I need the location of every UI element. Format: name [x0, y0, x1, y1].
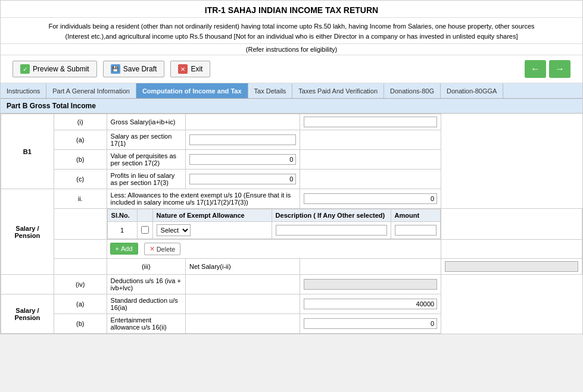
allowance-select-cell: Select: [152, 222, 272, 239]
table-row: + Add ✕ Delete: [1, 240, 582, 259]
save-icon: 💾: [111, 64, 120, 74]
header-amount: Amount: [391, 209, 441, 222]
allowance-inner-table: Sl.No. Nature of Exempt Allowance Descri…: [107, 209, 441, 239]
delete-button[interactable]: ✕ Delete: [144, 243, 181, 255]
btn-row-spacer: [54, 240, 107, 259]
std-deduction-spacer: [185, 294, 300, 314]
prev-arrow-button[interactable]: ←: [525, 60, 546, 78]
tab-donation-80gga[interactable]: Donation-80GGA: [441, 83, 503, 98]
deductions-input-cell: [300, 275, 441, 294]
btn-right-spacer: [441, 240, 582, 259]
salary-c-index: (c): [54, 170, 107, 189]
table-row: (b) Value of perquisites as per section …: [1, 150, 582, 170]
salary-b-input[interactable]: [189, 154, 296, 165]
allowance-header-row: Sl.No. Nature of Exempt Allowance Descri…: [107, 209, 441, 222]
allowance-data-row: 1 Select: [107, 222, 441, 239]
table-row: B1 (i) Gross Salary(ia+ib+ic): [1, 114, 582, 130]
tab-tax-details[interactable]: Tax Details: [248, 83, 293, 98]
salary-b-spacer: [300, 150, 441, 170]
allowance-ii-input[interactable]: [304, 193, 437, 204]
allowance-header-spacer: [54, 209, 107, 240]
add-label: Add: [121, 245, 133, 252]
form-table: B1 (i) Gross Salary(ia+ib+ic) (a) Salary…: [1, 114, 582, 334]
entertainment-desc: Entertainment allowance u/s 16(ii): [107, 314, 185, 334]
tab-computation[interactable]: Computation of Income and Tax: [136, 83, 248, 98]
std-deduction-index: (a): [54, 294, 107, 314]
page-title: ITR-1 SAHAJ INDIAN INCOME TAX RETURN: [1, 1, 582, 18]
checkmark-icon: ✓: [20, 64, 30, 74]
b1-desc: Gross Salary(ia+ib+ic): [107, 114, 185, 130]
salary-a-input-cell: [185, 130, 300, 150]
preview-submit-button[interactable]: ✓ Preview & Submit: [13, 61, 97, 77]
b1-input[interactable]: [304, 117, 437, 127]
allowance-select[interactable]: Select: [157, 224, 191, 236]
exit-button[interactable]: ✕ Exit: [170, 61, 210, 77]
salary-c-spacer: [300, 170, 441, 189]
table-row: (b) Entertainment allowance u/s 16(ii): [1, 314, 582, 334]
salary-c-desc: Profits in lieu of salary as per section…: [107, 170, 185, 189]
allowance-amount-input[interactable]: [395, 225, 437, 236]
table-row: Salary /Pension ii. Less: Allowances to …: [1, 189, 582, 209]
tabs-bar: Instructions Part A General Information …: [1, 83, 582, 99]
allowance-checkbox-cell: [137, 222, 152, 239]
deductions-spacer: [185, 275, 300, 294]
table-row: (a) Salary as per section 17(1): [1, 130, 582, 150]
table-row: (c) Profits in lieu of salary as per sec…: [1, 170, 582, 189]
tab-donations-80g[interactable]: Donations-80G: [384, 83, 441, 98]
header-description: Description ( If Any Other selected): [272, 209, 391, 222]
salary-a-input[interactable]: [189, 134, 296, 145]
save-draft-label: Save Draft: [123, 65, 157, 73]
plus-icon: +: [116, 245, 119, 252]
net-salary-input[interactable]: [445, 261, 578, 272]
header-check: [137, 209, 152, 222]
table-row: Salary /Pension (a) Standard deduction u…: [1, 294, 582, 314]
table-row: Sl.No. Nature of Exempt Allowance Descri…: [1, 209, 582, 240]
allowance-ii-input-cell: [300, 189, 441, 209]
exit-label: Exit: [191, 65, 202, 73]
salary-b-index: (b): [54, 150, 107, 170]
b1-input-cell: [300, 114, 441, 130]
header-nature: Nature of Exempt Allowance: [152, 209, 272, 222]
eligibility-text: For individuals being a resident (other …: [1, 18, 582, 44]
delete-label: Delete: [157, 246, 176, 253]
std-deduction-input[interactable]: [304, 299, 437, 309]
tab-taxes-paid[interactable]: Taxes Paid And Verification: [292, 83, 384, 98]
entertainment-input[interactable]: [304, 318, 437, 329]
entertainment-index: (b): [54, 314, 107, 334]
next-arrow-button[interactable]: →: [549, 60, 570, 78]
net-salary-desc: Net Salary(i-ii): [185, 259, 300, 275]
x-icon: ✕: [149, 245, 155, 253]
table-row: (iv) Deductions u/s 16 (iva + ivb+lvc): [1, 275, 582, 294]
allowance-right-spacer: [441, 209, 582, 240]
allowance-ii-index: ii.: [54, 189, 107, 209]
deductions-desc: Deductions u/s 16 (iva + ivb+lvc): [107, 275, 185, 294]
entertainment-input-cell: [300, 314, 441, 334]
save-draft-button[interactable]: 💾 Save Draft: [103, 61, 165, 77]
left-arrow-icon: ←: [531, 64, 540, 74]
tab-instructions[interactable]: Instructions: [1, 83, 46, 98]
add-button[interactable]: + Add: [110, 243, 138, 255]
exit-icon: ✕: [178, 64, 188, 74]
salary-c-input[interactable]: [189, 174, 296, 184]
blank-label: [54, 259, 107, 275]
net-salary-index: (iii): [107, 259, 185, 275]
deductions-index: (iv): [54, 275, 107, 294]
tab-part-a[interactable]: Part A General Information: [46, 83, 136, 98]
net-salary-input-cell: [441, 259, 582, 275]
allowance-description-input[interactable]: [276, 225, 387, 236]
entertainment-spacer: [185, 314, 300, 334]
blank-label-2: [1, 275, 54, 294]
salary-c-input-cell: [185, 170, 300, 189]
toolbar: ✓ Preview & Submit 💾 Save Draft ✕ Exit ←…: [1, 55, 582, 83]
salary-a-spacer: [300, 130, 441, 150]
refer-text: (Refer instructions for eligibility): [1, 44, 582, 55]
salary-b-input-cell: [185, 150, 300, 170]
salary-pension-label-2: Salary /Pension: [1, 189, 54, 275]
btn-row-cell: + Add ✕ Delete: [107, 240, 441, 259]
table-row: (iii) Net Salary(i-ii): [1, 259, 582, 275]
allowance-checkbox[interactable]: [141, 226, 149, 234]
navigation-arrows: ← →: [525, 60, 570, 78]
deductions-input[interactable]: [304, 279, 437, 290]
allowance-amount-cell: [391, 222, 441, 239]
salary-a-desc: Salary as per section 17(1): [107, 130, 185, 150]
